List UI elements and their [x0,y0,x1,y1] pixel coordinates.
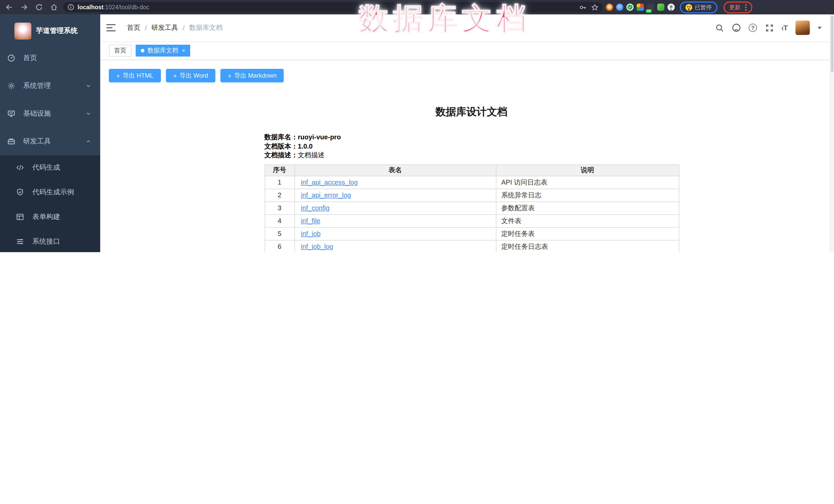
plus-icon: + [116,72,120,79]
table-description: 定时任务日志表 [496,240,679,252]
table-name-link[interactable]: inf_config [301,204,329,212]
sliders-icon [16,238,24,246]
sidebar-item-label: 代码生成示例 [32,188,74,197]
sidebar-item-home[interactable]: 首页 [0,44,100,72]
reload-icon[interactable] [35,3,43,11]
button-label: 导出 Markdown [234,71,277,80]
paused-extension-chip[interactable]: 已暂停 [680,1,717,13]
table-row: 5 inf_job 定时任务表 [265,227,679,240]
on-badge: on [646,9,652,13]
sidebar-item-label: 首页 [23,53,37,63]
shield-check-icon [16,188,24,196]
forward-icon[interactable] [20,3,28,11]
bookmark-star-icon[interactable] [591,3,599,11]
table-name-link[interactable]: inf_api_access_log [301,178,358,186]
extension-orange-icon[interactable] [606,4,613,11]
devtools-submenu: 代码生成 代码生成示例 表单构建 [0,155,100,252]
sidebar-item-label: 表单构建 [32,212,60,222]
breadcrumb-separator: / [145,24,147,31]
app-logo-row: 芋道管理系统 [0,15,100,42]
export-markdown-button[interactable]: + 导出 Markdown [220,69,284,82]
breadcrumb-home[interactable]: 首页 [127,23,140,32]
table-row: 1 inf_api_access_log API 访问日志表 [265,176,679,189]
app-logo [15,22,31,39]
url-path: :1024/tool/db-doc [104,4,149,10]
tag-home[interactable]: 首页 [109,45,132,57]
back-icon[interactable] [5,3,13,11]
doc-title: 数据库设计文档 [264,106,679,117]
export-html-button[interactable]: + 导出 HTML [109,69,160,82]
browser-nav-buttons [5,3,58,11]
fullscreen-icon[interactable] [765,23,774,32]
row-index: 6 [265,240,294,252]
breadcrumb: 首页 / 研发工具 / 数据库文档 [127,23,223,32]
scrollbar-thumb[interactable] [831,16,833,72]
sidebar-item-codegen-demo[interactable]: 代码生成示例 [0,180,100,204]
home-icon[interactable] [50,3,58,11]
site-info-icon[interactable] [67,4,74,11]
sidebar-item-system[interactable]: 系统管理 [0,72,100,100]
table-description: 系统异常日志 [496,189,679,201]
table-row: 2 inf_api_error_log 系统异常日志 [265,189,679,201]
extension-green-check-icon[interactable]: ✓ [627,4,634,11]
avatar[interactable] [795,21,810,35]
gear-icon [7,82,16,90]
page-scrollbar[interactable] [830,15,834,252]
sidebar-item-infra[interactable]: 基础设施 [0,100,100,128]
extension-grid-icon[interactable] [637,4,644,11]
browser-menu-icon[interactable] [745,4,747,10]
font-size-icon[interactable]: tT [782,24,788,32]
chevron-down-icon [86,83,91,88]
password-key-icon[interactable] [579,3,587,11]
table-name-link[interactable]: inf_api_error_log [301,191,351,199]
sidebar-item-label: 研发工具 [23,137,51,146]
chevron-down-icon [86,111,91,116]
export-word-button[interactable]: + 导出 Word [166,69,215,82]
sidebar-item-form-builder[interactable]: 表单构建 [0,204,100,229]
extensions-row: ✓ on 已暂停 更新 [606,1,752,13]
page: localhost:1024/tool/db-doc ✓ on 已暂停 更新 [0,0,834,252]
extension-on-icon[interactable]: on [647,4,654,11]
user-menu-caret-icon[interactable] [817,26,822,29]
table-description: API 访问日志表 [496,176,679,189]
github-icon[interactable] [732,23,741,32]
sidebar-item-api[interactable]: 系统接口 [0,229,100,252]
meta-db-name: 数据库名：ruoyi-vue-pro [264,133,679,141]
emoji-face-icon [685,4,692,10]
table-description: 参数配置表 [496,201,679,214]
search-icon[interactable] [715,23,724,32]
sidebar-item-label: 代码生成 [32,163,60,172]
plus-icon: + [228,72,232,79]
sidebar-item-codegen[interactable]: 代码生成 [0,155,100,180]
tags-bar: 首页 数据库文档 × [100,41,834,60]
export-toolbar: + 导出 HTML + 导出 Word + 导出 Markdown [109,69,834,82]
paused-label: 已暂停 [695,3,712,11]
row-index: 1 [265,176,294,189]
table-name-link[interactable]: inf_job [301,230,321,238]
meta-doc-version: 文档版本：1.0.0 [264,141,679,151]
tag-label: 首页 [114,46,126,55]
table-name-link[interactable]: inf_file [301,217,320,225]
form-icon [16,213,24,221]
db-doc: 数据库设计文档 数据库名：ruoyi-vue-pro 文档版本：1.0.0 文档… [264,106,679,252]
monitor-icon [7,109,16,118]
close-tag-icon[interactable]: × [182,48,185,53]
extension-blue-icon[interactable] [616,4,623,11]
chevron-up-icon [86,139,91,144]
table-description: 定时任务表 [496,227,679,240]
help-icon[interactable]: ? [749,24,757,32]
extension-green-icon[interactable] [657,4,664,11]
extension-profile-icon[interactable] [667,4,675,11]
chrome-update-button[interactable]: 更新 [724,1,752,13]
table-row: 3 inf_config 参数配置表 [265,201,679,214]
sidebar-item-devtools[interactable]: 研发工具 [0,128,100,155]
table-description: 文件表 [496,214,679,227]
toolbox-icon [7,137,16,146]
meta-doc-desc: 文档描述：文档描述 [264,151,679,160]
table-name-link[interactable]: inf_job_log [301,243,333,250]
sidebar-toggle-icon[interactable] [106,24,116,31]
plus-icon: + [173,72,177,79]
breadcrumb-devtools: 研发工具 [151,23,178,32]
tag-db-doc[interactable]: 数据库文档 × [136,45,190,57]
code-icon [16,163,24,172]
